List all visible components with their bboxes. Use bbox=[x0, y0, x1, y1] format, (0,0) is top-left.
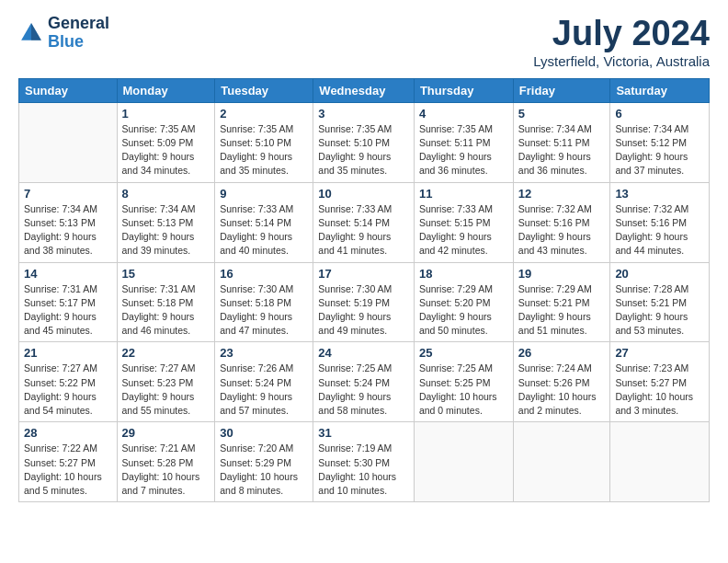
day-number: 20 bbox=[615, 267, 704, 281]
day-info: Sunrise: 7:26 AM Sunset: 5:24 PM Dayligh… bbox=[220, 362, 308, 418]
weekday-thursday: Thursday bbox=[414, 78, 513, 102]
weekday-monday: Monday bbox=[117, 78, 215, 102]
day-cell bbox=[610, 422, 710, 502]
weekday-saturday: Saturday bbox=[610, 78, 710, 102]
day-cell: 28Sunrise: 7:22 AM Sunset: 5:27 PM Dayli… bbox=[19, 422, 118, 502]
day-number: 12 bbox=[518, 187, 606, 201]
day-cell: 10Sunrise: 7:33 AM Sunset: 5:14 PM Dayli… bbox=[313, 182, 415, 262]
day-number: 27 bbox=[615, 346, 704, 360]
day-info: Sunrise: 7:29 AM Sunset: 5:21 PM Dayligh… bbox=[518, 282, 606, 339]
day-number: 22 bbox=[122, 346, 210, 360]
day-cell: 7Sunrise: 7:34 AM Sunset: 5:13 PM Daylig… bbox=[19, 182, 118, 262]
header: General Blue July 2024 Lysterfield, Vict… bbox=[18, 15, 710, 69]
day-number: 3 bbox=[318, 107, 409, 121]
logo-text: General Blue bbox=[48, 15, 109, 52]
day-number: 30 bbox=[220, 426, 308, 440]
day-info: Sunrise: 7:35 AM Sunset: 5:09 PM Dayligh… bbox=[122, 122, 210, 178]
day-info: Sunrise: 7:35 AM Sunset: 5:10 PM Dayligh… bbox=[318, 122, 409, 178]
day-info: Sunrise: 7:19 AM Sunset: 5:30 PM Dayligh… bbox=[318, 442, 409, 498]
title-block: July 2024 Lysterfield, Victoria, Austral… bbox=[533, 15, 710, 69]
day-number: 10 bbox=[318, 187, 409, 201]
day-number: 2 bbox=[220, 107, 308, 121]
day-number: 14 bbox=[24, 267, 112, 281]
day-number: 29 bbox=[122, 426, 210, 440]
day-cell: 13Sunrise: 7:32 AM Sunset: 5:16 PM Dayli… bbox=[610, 182, 710, 262]
day-info: Sunrise: 7:25 AM Sunset: 5:25 PM Dayligh… bbox=[419, 362, 508, 418]
day-cell: 30Sunrise: 7:20 AM Sunset: 5:29 PM Dayli… bbox=[215, 422, 313, 502]
week-row-1: 1Sunrise: 7:35 AM Sunset: 5:09 PM Daylig… bbox=[19, 102, 710, 182]
day-number: 1 bbox=[122, 107, 210, 121]
day-info: Sunrise: 7:34 AM Sunset: 5:13 PM Dayligh… bbox=[24, 202, 112, 259]
day-info: Sunrise: 7:30 AM Sunset: 5:18 PM Dayligh… bbox=[220, 282, 308, 339]
day-cell: 1Sunrise: 7:35 AM Sunset: 5:09 PM Daylig… bbox=[117, 102, 215, 182]
day-cell: 15Sunrise: 7:31 AM Sunset: 5:18 PM Dayli… bbox=[117, 262, 215, 342]
day-number: 17 bbox=[318, 267, 409, 281]
day-info: Sunrise: 7:31 AM Sunset: 5:17 PM Dayligh… bbox=[24, 282, 112, 339]
day-number: 6 bbox=[615, 107, 704, 121]
page: General Blue July 2024 Lysterfield, Vict… bbox=[0, 0, 728, 563]
day-info: Sunrise: 7:30 AM Sunset: 5:19 PM Dayligh… bbox=[318, 282, 409, 339]
day-number: 31 bbox=[318, 426, 409, 440]
day-number: 18 bbox=[419, 267, 508, 281]
day-cell: 16Sunrise: 7:30 AM Sunset: 5:18 PM Dayli… bbox=[215, 262, 313, 342]
day-info: Sunrise: 7:27 AM Sunset: 5:22 PM Dayligh… bbox=[24, 362, 112, 418]
day-cell: 4Sunrise: 7:35 AM Sunset: 5:11 PM Daylig… bbox=[414, 102, 513, 182]
day-cell: 31Sunrise: 7:19 AM Sunset: 5:30 PM Dayli… bbox=[313, 422, 415, 502]
day-number: 28 bbox=[24, 426, 112, 440]
day-cell: 20Sunrise: 7:28 AM Sunset: 5:21 PM Dayli… bbox=[610, 262, 710, 342]
day-info: Sunrise: 7:34 AM Sunset: 5:13 PM Dayligh… bbox=[122, 202, 210, 259]
weekday-friday: Friday bbox=[513, 78, 610, 102]
day-info: Sunrise: 7:32 AM Sunset: 5:16 PM Dayligh… bbox=[615, 202, 704, 259]
weekday-header-row: SundayMondayTuesdayWednesdayThursdayFrid… bbox=[19, 78, 710, 102]
day-number: 21 bbox=[24, 346, 112, 360]
day-number: 15 bbox=[122, 267, 210, 281]
day-cell: 23Sunrise: 7:26 AM Sunset: 5:24 PM Dayli… bbox=[215, 342, 313, 422]
day-cell: 21Sunrise: 7:27 AM Sunset: 5:22 PM Dayli… bbox=[19, 342, 118, 422]
week-row-2: 7Sunrise: 7:34 AM Sunset: 5:13 PM Daylig… bbox=[19, 182, 710, 262]
weekday-sunday: Sunday bbox=[19, 78, 118, 102]
day-info: Sunrise: 7:27 AM Sunset: 5:23 PM Dayligh… bbox=[122, 362, 210, 418]
day-number: 24 bbox=[318, 346, 409, 360]
day-info: Sunrise: 7:21 AM Sunset: 5:28 PM Dayligh… bbox=[122, 442, 210, 498]
day-number: 7 bbox=[24, 187, 112, 201]
week-row-4: 21Sunrise: 7:27 AM Sunset: 5:22 PM Dayli… bbox=[19, 342, 710, 422]
day-info: Sunrise: 7:33 AM Sunset: 5:14 PM Dayligh… bbox=[220, 202, 308, 259]
logo: General Blue bbox=[18, 15, 109, 52]
day-cell: 2Sunrise: 7:35 AM Sunset: 5:10 PM Daylig… bbox=[215, 102, 313, 182]
weekday-tuesday: Tuesday bbox=[215, 78, 313, 102]
day-cell: 5Sunrise: 7:34 AM Sunset: 5:11 PM Daylig… bbox=[513, 102, 610, 182]
day-cell: 18Sunrise: 7:29 AM Sunset: 5:20 PM Dayli… bbox=[414, 262, 513, 342]
day-cell: 25Sunrise: 7:25 AM Sunset: 5:25 PM Dayli… bbox=[414, 342, 513, 422]
day-number: 26 bbox=[518, 346, 606, 360]
day-cell: 22Sunrise: 7:27 AM Sunset: 5:23 PM Dayli… bbox=[117, 342, 215, 422]
day-cell: 8Sunrise: 7:34 AM Sunset: 5:13 PM Daylig… bbox=[117, 182, 215, 262]
day-cell: 26Sunrise: 7:24 AM Sunset: 5:26 PM Dayli… bbox=[513, 342, 610, 422]
day-number: 4 bbox=[419, 107, 508, 121]
day-cell: 14Sunrise: 7:31 AM Sunset: 5:17 PM Dayli… bbox=[19, 262, 118, 342]
week-row-3: 14Sunrise: 7:31 AM Sunset: 5:17 PM Dayli… bbox=[19, 262, 710, 342]
day-cell: 9Sunrise: 7:33 AM Sunset: 5:14 PM Daylig… bbox=[215, 182, 313, 262]
day-number: 23 bbox=[220, 346, 308, 360]
day-cell: 12Sunrise: 7:32 AM Sunset: 5:16 PM Dayli… bbox=[513, 182, 610, 262]
day-info: Sunrise: 7:23 AM Sunset: 5:27 PM Dayligh… bbox=[615, 362, 704, 418]
day-cell: 6Sunrise: 7:34 AM Sunset: 5:12 PM Daylig… bbox=[610, 102, 710, 182]
day-info: Sunrise: 7:24 AM Sunset: 5:26 PM Dayligh… bbox=[518, 362, 606, 418]
day-number: 16 bbox=[220, 267, 308, 281]
day-info: Sunrise: 7:33 AM Sunset: 5:14 PM Dayligh… bbox=[318, 202, 409, 259]
svg-marker-1 bbox=[31, 23, 41, 40]
day-cell: 27Sunrise: 7:23 AM Sunset: 5:27 PM Dayli… bbox=[610, 342, 710, 422]
day-cell: 17Sunrise: 7:30 AM Sunset: 5:19 PM Dayli… bbox=[313, 262, 415, 342]
day-number: 19 bbox=[518, 267, 606, 281]
day-info: Sunrise: 7:32 AM Sunset: 5:16 PM Dayligh… bbox=[518, 202, 606, 259]
day-info: Sunrise: 7:25 AM Sunset: 5:24 PM Dayligh… bbox=[318, 362, 409, 418]
day-info: Sunrise: 7:34 AM Sunset: 5:12 PM Dayligh… bbox=[615, 122, 704, 178]
day-number: 13 bbox=[615, 187, 704, 201]
day-info: Sunrise: 7:33 AM Sunset: 5:15 PM Dayligh… bbox=[419, 202, 508, 259]
day-cell: 11Sunrise: 7:33 AM Sunset: 5:15 PM Dayli… bbox=[414, 182, 513, 262]
day-info: Sunrise: 7:31 AM Sunset: 5:18 PM Dayligh… bbox=[122, 282, 210, 339]
day-number: 5 bbox=[518, 107, 606, 121]
calendar-table: SundayMondayTuesdayWednesdayThursdayFrid… bbox=[18, 78, 710, 502]
day-info: Sunrise: 7:35 AM Sunset: 5:11 PM Dayligh… bbox=[419, 122, 508, 178]
day-info: Sunrise: 7:35 AM Sunset: 5:10 PM Dayligh… bbox=[220, 122, 308, 178]
day-cell bbox=[414, 422, 513, 502]
